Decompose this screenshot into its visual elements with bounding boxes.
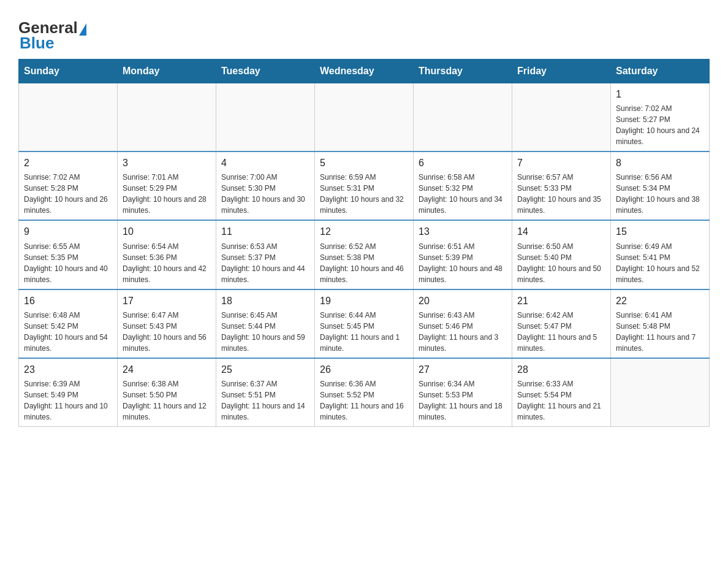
calendar-cell: 25Sunrise: 6:37 AM Sunset: 5:51 PM Dayli… xyxy=(216,358,315,427)
calendar-cell: 19Sunrise: 6:44 AM Sunset: 5:45 PM Dayli… xyxy=(315,289,414,358)
calendar-cell: 14Sunrise: 6:50 AM Sunset: 5:40 PM Dayli… xyxy=(512,220,611,289)
day-number: 23 xyxy=(24,362,112,377)
calendar-cell: 8Sunrise: 6:56 AM Sunset: 5:34 PM Daylig… xyxy=(611,151,710,220)
calendar-cell: 22Sunrise: 6:41 AM Sunset: 5:48 PM Dayli… xyxy=(611,289,710,358)
day-info: Sunrise: 6:36 AM Sunset: 5:52 PM Dayligh… xyxy=(320,378,408,423)
day-number: 12 xyxy=(320,224,408,239)
page-header: General Blue xyxy=(18,12,710,53)
logo-triangle-icon xyxy=(79,23,86,36)
calendar-cell: 24Sunrise: 6:38 AM Sunset: 5:50 PM Dayli… xyxy=(118,358,216,427)
day-info: Sunrise: 6:51 AM Sunset: 5:39 PM Dayligh… xyxy=(419,241,507,285)
day-info: Sunrise: 6:47 AM Sunset: 5:43 PM Dayligh… xyxy=(123,310,211,354)
calendar-table: SundayMondayTuesdayWednesdayThursdayFrid… xyxy=(18,59,710,427)
calendar-cell: 12Sunrise: 6:52 AM Sunset: 5:38 PM Dayli… xyxy=(315,220,414,289)
calendar-week-row: 2Sunrise: 7:02 AM Sunset: 5:28 PM Daylig… xyxy=(19,151,710,220)
calendar-cell: 5Sunrise: 6:59 AM Sunset: 5:31 PM Daylig… xyxy=(315,151,414,220)
column-header-monday: Monday xyxy=(118,59,216,83)
day-number: 22 xyxy=(616,294,704,308)
day-info: Sunrise: 6:48 AM Sunset: 5:42 PM Dayligh… xyxy=(24,310,112,354)
calendar-cell: 15Sunrise: 6:49 AM Sunset: 5:41 PM Dayli… xyxy=(611,220,710,289)
calendar-cell: 20Sunrise: 6:43 AM Sunset: 5:46 PM Dayli… xyxy=(414,289,512,358)
day-info: Sunrise: 6:58 AM Sunset: 5:32 PM Dayligh… xyxy=(419,172,507,216)
calendar-cell: 7Sunrise: 6:57 AM Sunset: 5:33 PM Daylig… xyxy=(512,151,611,220)
calendar-cell: 9Sunrise: 6:55 AM Sunset: 5:35 PM Daylig… xyxy=(19,220,118,289)
day-number: 3 xyxy=(123,156,211,170)
day-number: 16 xyxy=(24,294,112,308)
day-number: 7 xyxy=(517,156,605,170)
calendar-cell xyxy=(315,83,414,152)
day-info: Sunrise: 6:49 AM Sunset: 5:41 PM Dayligh… xyxy=(616,241,704,285)
day-info: Sunrise: 6:43 AM Sunset: 5:46 PM Dayligh… xyxy=(419,310,507,354)
logo: General Blue xyxy=(18,18,86,53)
day-number: 1 xyxy=(616,87,704,101)
calendar-cell: 26Sunrise: 6:36 AM Sunset: 5:52 PM Dayli… xyxy=(315,358,414,427)
day-info: Sunrise: 6:56 AM Sunset: 5:34 PM Dayligh… xyxy=(616,172,704,216)
day-info: Sunrise: 6:33 AM Sunset: 5:54 PM Dayligh… xyxy=(517,378,605,423)
day-info: Sunrise: 6:37 AM Sunset: 5:51 PM Dayligh… xyxy=(221,378,309,423)
calendar-cell: 21Sunrise: 6:42 AM Sunset: 5:47 PM Dayli… xyxy=(512,289,611,358)
calendar-cell: 18Sunrise: 6:45 AM Sunset: 5:44 PM Dayli… xyxy=(216,289,315,358)
day-number: 4 xyxy=(221,156,309,170)
day-number: 28 xyxy=(517,362,605,377)
column-header-thursday: Thursday xyxy=(414,59,512,83)
day-info: Sunrise: 6:41 AM Sunset: 5:48 PM Dayligh… xyxy=(616,310,704,354)
day-info: Sunrise: 6:59 AM Sunset: 5:31 PM Dayligh… xyxy=(320,172,408,216)
calendar-cell: 1Sunrise: 7:02 AM Sunset: 5:27 PM Daylig… xyxy=(611,83,710,152)
calendar-cell: 11Sunrise: 6:53 AM Sunset: 5:37 PM Dayli… xyxy=(216,220,315,289)
day-number: 25 xyxy=(221,362,309,377)
calendar-cell xyxy=(512,83,611,152)
calendar-cell xyxy=(19,83,118,152)
day-info: Sunrise: 6:57 AM Sunset: 5:33 PM Dayligh… xyxy=(517,172,605,216)
day-info: Sunrise: 7:00 AM Sunset: 5:30 PM Dayligh… xyxy=(221,172,309,216)
column-header-friday: Friday xyxy=(512,59,611,83)
calendar-week-row: 9Sunrise: 6:55 AM Sunset: 5:35 PM Daylig… xyxy=(19,220,710,289)
day-number: 26 xyxy=(320,362,408,377)
calendar-cell: 6Sunrise: 6:58 AM Sunset: 5:32 PM Daylig… xyxy=(414,151,512,220)
day-number: 20 xyxy=(419,294,507,308)
day-number: 6 xyxy=(419,156,507,170)
calendar-header-row: SundayMondayTuesdayWednesdayThursdayFrid… xyxy=(19,59,710,83)
calendar-week-row: 16Sunrise: 6:48 AM Sunset: 5:42 PM Dayli… xyxy=(19,289,710,358)
calendar-cell xyxy=(414,83,512,152)
calendar-cell: 27Sunrise: 6:34 AM Sunset: 5:53 PM Dayli… xyxy=(414,358,512,427)
day-info: Sunrise: 6:39 AM Sunset: 5:49 PM Dayligh… xyxy=(24,378,112,423)
calendar-cell: 16Sunrise: 6:48 AM Sunset: 5:42 PM Dayli… xyxy=(19,289,118,358)
calendar-cell: 4Sunrise: 7:00 AM Sunset: 5:30 PM Daylig… xyxy=(216,151,315,220)
day-number: 10 xyxy=(123,224,211,239)
day-info: Sunrise: 6:54 AM Sunset: 5:36 PM Dayligh… xyxy=(123,241,211,285)
day-number: 13 xyxy=(419,224,507,239)
day-number: 15 xyxy=(616,224,704,239)
calendar-cell xyxy=(216,83,315,152)
calendar-cell: 13Sunrise: 6:51 AM Sunset: 5:39 PM Dayli… xyxy=(414,220,512,289)
day-number: 24 xyxy=(123,362,211,377)
calendar-cell xyxy=(611,358,710,427)
calendar-cell: 10Sunrise: 6:54 AM Sunset: 5:36 PM Dayli… xyxy=(118,220,216,289)
day-info: Sunrise: 7:01 AM Sunset: 5:29 PM Dayligh… xyxy=(123,172,211,216)
calendar-cell: 2Sunrise: 7:02 AM Sunset: 5:28 PM Daylig… xyxy=(19,151,118,220)
calendar-week-row: 1Sunrise: 7:02 AM Sunset: 5:27 PM Daylig… xyxy=(19,83,710,152)
column-header-sunday: Sunday xyxy=(19,59,118,83)
logo-text-block: General Blue xyxy=(18,18,86,53)
day-info: Sunrise: 6:34 AM Sunset: 5:53 PM Dayligh… xyxy=(419,378,507,423)
day-number: 2 xyxy=(24,156,112,170)
calendar-week-row: 23Sunrise: 6:39 AM Sunset: 5:49 PM Dayli… xyxy=(19,358,710,427)
day-info: Sunrise: 6:52 AM Sunset: 5:38 PM Dayligh… xyxy=(320,241,408,285)
calendar-cell xyxy=(118,83,216,152)
day-number: 21 xyxy=(517,294,605,308)
day-number: 18 xyxy=(221,294,309,308)
day-number: 27 xyxy=(419,362,507,377)
day-number: 9 xyxy=(24,224,112,239)
day-info: Sunrise: 6:42 AM Sunset: 5:47 PM Dayligh… xyxy=(517,310,605,354)
day-info: Sunrise: 7:02 AM Sunset: 5:27 PM Dayligh… xyxy=(616,103,704,147)
day-number: 14 xyxy=(517,224,605,239)
day-info: Sunrise: 7:02 AM Sunset: 5:28 PM Dayligh… xyxy=(24,172,112,216)
column-header-saturday: Saturday xyxy=(611,59,710,83)
day-info: Sunrise: 6:55 AM Sunset: 5:35 PM Dayligh… xyxy=(24,241,112,285)
day-info: Sunrise: 6:38 AM Sunset: 5:50 PM Dayligh… xyxy=(123,378,211,423)
calendar-cell: 28Sunrise: 6:33 AM Sunset: 5:54 PM Dayli… xyxy=(512,358,611,427)
column-header-tuesday: Tuesday xyxy=(216,59,315,83)
calendar-cell: 17Sunrise: 6:47 AM Sunset: 5:43 PM Dayli… xyxy=(118,289,216,358)
day-number: 8 xyxy=(616,156,704,170)
day-info: Sunrise: 6:50 AM Sunset: 5:40 PM Dayligh… xyxy=(517,241,605,285)
day-number: 11 xyxy=(221,224,309,239)
